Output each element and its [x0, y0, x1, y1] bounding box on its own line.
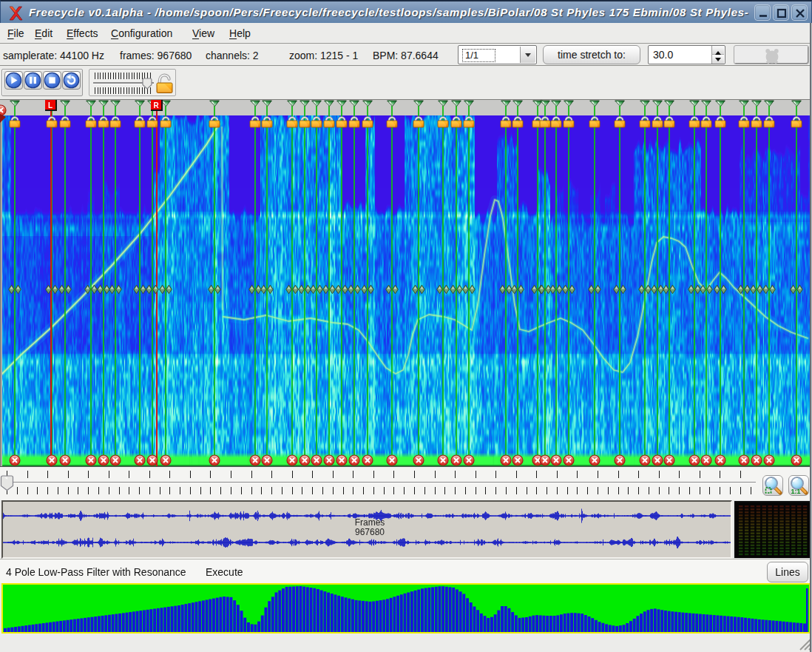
svg-text:L: L — [48, 101, 53, 110]
svg-text:R: R — [153, 101, 159, 110]
svg-text:1:1: 1:1 — [791, 488, 801, 495]
